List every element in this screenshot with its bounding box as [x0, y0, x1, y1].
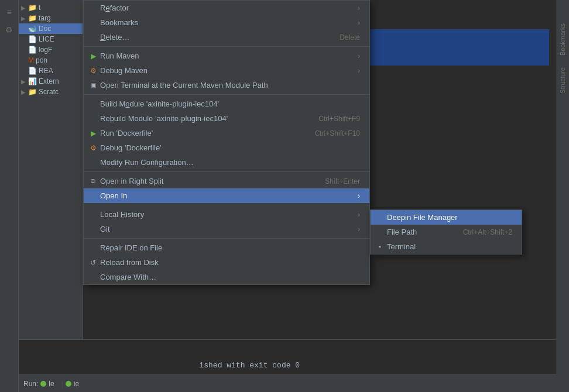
menu-separator — [84, 171, 369, 172]
shortcut-label: Ctrl+Shift+F9 — [318, 115, 360, 123]
menu-separator — [84, 205, 369, 205]
sidebar-icon-1[interactable]: ≡ — [2, 5, 17, 20]
bottom-bar: Run: le | ie — [19, 374, 556, 392]
split-icon: ⧉ — [88, 177, 98, 186]
terminal-icon: ▣ — [88, 81, 98, 90]
reload-icon: ↺ — [88, 258, 98, 267]
run-dockerfile-icon: ▶ — [88, 129, 98, 138]
sidebar-icon-2[interactable]: ⚙ — [2, 22, 17, 37]
shortcut-label: Shift+Enter — [325, 177, 360, 185]
open-in-submenu: Deepin File Manager File Path Ctrl+Alt+S… — [370, 209, 522, 255]
terminal-icon: ▪ — [375, 242, 385, 252]
tree-item[interactable]: 📄 logF — [19, 44, 83, 55]
context-menu: Refactor › Bookmarks › Delete… Delete ▶ … — [83, 0, 370, 285]
menu-separator — [84, 238, 369, 239]
menu-separator — [84, 94, 369, 95]
debug-dockerfile-icon: ⚙ — [88, 143, 98, 153]
tree-item[interactable]: ▶ 📊 Extern — [19, 76, 83, 87]
arrow-icon: › — [358, 67, 360, 75]
tree-item[interactable]: 📄 REA — [19, 66, 83, 76]
menu-item-bookmarks[interactable]: Bookmarks › — [84, 15, 369, 30]
sidebar-label-bookmarks[interactable]: Bookmarks — [559, 23, 566, 56]
submenu-item-deepin[interactable]: Deepin File Manager — [371, 210, 522, 225]
menu-item-refactor[interactable]: Refactor › — [84, 1, 369, 15]
arrow-icon: › — [358, 52, 360, 60]
run-tag-1[interactable]: le — [40, 380, 54, 388]
arrow-icon: › — [358, 211, 360, 219]
run-output: ished with exit code 0 — [199, 361, 300, 370]
run-label: Run: — [23, 380, 38, 388]
left-sidebar: ≡ ⚙ — [0, 0, 19, 392]
run-icon: ▶ — [88, 51, 98, 61]
shortcut-label: Delete — [340, 33, 360, 42]
tree-item[interactable]: ▶ 📁 Scratc — [19, 87, 83, 97]
tree-item[interactable]: ▶ 📁 targ — [19, 13, 83, 23]
arrow-icon: › — [358, 4, 360, 12]
menu-item-git[interactable]: Git › — [84, 222, 369, 236]
right-sidebar: Bookmarks Structure — [556, 0, 569, 392]
menu-item-run-maven[interactable]: ▶ Run Maven › — [84, 49, 369, 63]
sidebar-label-structure[interactable]: Structure — [559, 67, 566, 94]
run-tag-2[interactable]: ie — [66, 380, 79, 388]
menu-item-compare-with[interactable]: Compare With… — [84, 270, 369, 284]
status-dot — [40, 381, 46, 387]
debug-icon: ⚙ — [88, 66, 98, 75]
shortcut-label: Ctrl+Alt+Shift+2 — [463, 228, 512, 236]
ide-background: ≡ ⚙ ▶ 📁 t ▶ 📁 targ 🐋 Doc 📄 LICE 📄 logF — [0, 0, 569, 392]
tree-item[interactable]: M pon — [19, 55, 83, 66]
menu-item-debug-maven[interactable]: ⚙ Debug Maven › — [84, 63, 369, 78]
menu-item-build-module[interactable]: Build Module 'axinite-plugin-iec104' — [84, 97, 369, 111]
tree-item[interactable]: ▶ 📁 t — [19, 2, 83, 13]
arrow-icon: › — [358, 19, 360, 27]
tree-item-selected[interactable]: 🐋 Doc — [19, 23, 83, 34]
shortcut-label: Ctrl+Shift+F10 — [315, 129, 360, 137]
menu-item-delete[interactable]: Delete… Delete — [84, 30, 369, 44]
submenu-item-terminal[interactable]: ▪ Terminal — [371, 239, 522, 254]
submenu-item-filepath[interactable]: File Path Ctrl+Alt+Shift+2 — [371, 225, 522, 239]
menu-item-open-terminal[interactable]: ▣ Open Terminal at the Current Maven Mod… — [84, 78, 369, 92]
menu-item-modify-run[interactable]: Modify Run Configuration… — [84, 155, 369, 170]
arrow-icon: › — [358, 225, 360, 233]
menu-item-run-dockerfile[interactable]: ▶ Run 'Dockerfile' Ctrl+Shift+F10 — [84, 126, 369, 140]
tree-item[interactable]: 📄 LICE — [19, 34, 83, 44]
run-panel: ished with exit code 0 — [19, 339, 556, 374]
menu-separator — [84, 46, 369, 47]
file-tree: ▶ 📁 t ▶ 📁 targ 🐋 Doc 📄 LICE 📄 logF M — [19, 0, 83, 392]
menu-item-reload-disk[interactable]: ↺ Reload from Disk — [84, 255, 369, 270]
menu-item-repair-ide[interactable]: Repair IDE on File — [84, 240, 369, 255]
status-dot-2 — [66, 381, 71, 387]
menu-item-rebuild-module[interactable]: Rebuild Module 'axinite-plugin-iec104' C… — [84, 111, 369, 126]
menu-item-local-history[interactable]: Local History › — [84, 207, 369, 222]
arrow-icon: › — [358, 192, 360, 200]
menu-item-debug-dockerfile[interactable]: ⚙ Debug 'Dockerfile' — [84, 140, 369, 155]
menu-item-open-in[interactable]: Open In › — [84, 188, 369, 203]
menu-item-open-right-split[interactable]: ⧉ Open in Right Split Shift+Enter — [84, 174, 369, 188]
